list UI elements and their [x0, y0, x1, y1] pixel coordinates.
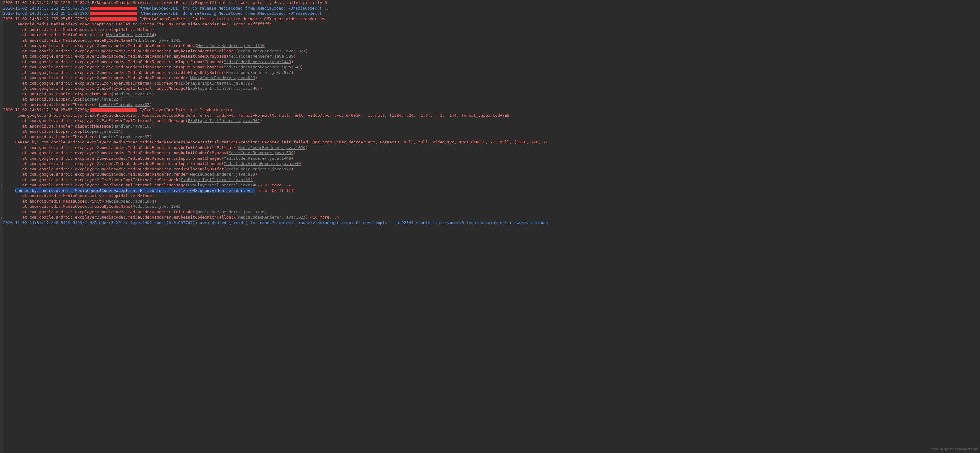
- log-text: ): [121, 97, 123, 102]
- source-link[interactable]: MediaCodecRenderer.java:589: [229, 151, 293, 155]
- log-text: ): [301, 161, 303, 166]
- log-text: Caused by: com.google.android.exoplayer2…: [3, 140, 548, 145]
- log-text: at com.google.android.exoplayer2.mediaco…: [3, 215, 238, 219]
- log-line[interactable]: at com.google.android.exoplayer2.mediaco…: [3, 150, 980, 156]
- redacted-text: [89, 108, 137, 112]
- log-line[interactable]: at com.google.android.exoplayer2.mediaco…: [3, 167, 980, 172]
- log-line[interactable]: at com.google.android.exoplayer2.mediaco…: [3, 43, 980, 48]
- source-link[interactable]: ExoPlayerImplInternal.java:467: [188, 183, 260, 187]
- source-link[interactable]: MediaCodecRenderer.java:977: [226, 167, 291, 171]
- source-link[interactable]: MediaCodec.java:1864: [107, 199, 154, 203]
- source-link[interactable]: MediaCodecRenderer.java:1448: [224, 59, 291, 64]
- log-line[interactable]: at android.media.MediaCodec.native_setup…: [3, 27, 980, 32]
- source-link[interactable]: MediaCodecRenderer.java:977: [226, 70, 291, 75]
- log-line[interactable]: at com.google.android.exoplayer2.mediaco…: [3, 59, 980, 65]
- log-text: at com.google.android.exoplayer2.mediaco…: [3, 43, 197, 48]
- log-text: 2020-11-02 14:31:17.252 25455-27396/: [3, 11, 89, 16]
- source-link[interactable]: MediaCodec.java:1842: [133, 204, 181, 209]
- log-line[interactable]: at com.google.android.exoplayer2.ExoPlay…: [3, 81, 980, 86]
- source-link[interactable]: MediaCodecRenderer.java:1023: [238, 49, 305, 53]
- source-link[interactable]: MediaCodecRenderer.java:1030: [238, 145, 305, 150]
- log-text: ): [154, 199, 157, 203]
- source-link[interactable]: MediaCodecRenderer.java:589: [229, 54, 293, 59]
- log-text: at android.os.HandlerThread.run(: [3, 135, 99, 139]
- log-line[interactable]: android.media.MediaCodec$CodecException:…: [3, 21, 980, 27]
- source-link[interactable]: Looper.java:224: [84, 129, 121, 134]
- log-line[interactable]: at com.google.android.exoplayer2.mediaco…: [3, 48, 980, 54]
- log-text: com.google.android.exoplayer2.ExoPlaybac…: [3, 113, 509, 118]
- log-line[interactable]: at android.os.HandlerThread.run(HandlerT…: [3, 134, 980, 140]
- expand-marker-2[interactable]: ⊞: [1, 215, 2, 221]
- log-line[interactable]: at com.google.android.exoplayer2.mediaco…: [3, 75, 980, 81]
- log-line[interactable]: 2020-11-02 14:31:17.250 1259-17483/? E/R…: [3, 0, 980, 6]
- source-link[interactable]: MediaCodecVideoRenderer.java:640: [224, 161, 301, 166]
- log-line[interactable]: 2020-11-02 14:31:17.252 25455-27396/ W/M…: [3, 11, 980, 16]
- source-link[interactable]: HandlerThread.java:67: [99, 135, 150, 139]
- source-link[interactable]: Handler.java:103: [113, 92, 152, 96]
- source-link[interactable]: MediaCodecRenderer.java:829: [190, 75, 255, 80]
- source-link[interactable]: MediaCodec.java:1842: [133, 38, 181, 43]
- log-text: at com.google.android.exoplayer2.mediaco…: [3, 75, 190, 80]
- log-line[interactable]: at com.google.android.exoplayer2.mediaco…: [3, 54, 980, 59]
- log-line[interactable]: at android.os.Handler.dispatchMessage(Ha…: [3, 124, 980, 129]
- source-link[interactable]: MediaCodecRenderer.java:829: [190, 172, 255, 176]
- source-link[interactable]: MediaCodecRenderer.java:1110: [197, 210, 265, 214]
- source-link[interactable]: Handler.java:103: [113, 124, 152, 129]
- log-text: at com.google.android.exoplayer2.ExoPlay…: [3, 118, 188, 123]
- log-output[interactable]: 2020-11-02 14:31:17.250 1259-17483/? E/R…: [0, 0, 980, 225]
- log-line[interactable]: at com.google.android.exoplayer2.video.M…: [3, 64, 980, 70]
- source-link[interactable]: MediaCodecRenderer.java:1110: [197, 43, 265, 48]
- log-text: ) <10 more...>: [305, 215, 339, 219]
- log-line[interactable]: at android.media.MediaCodec.createByCode…: [3, 204, 980, 209]
- source-link[interactable]: MediaCodec.java:1864: [107, 32, 154, 37]
- log-text: ): [305, 49, 308, 53]
- log-line[interactable]: at com.google.android.exoplayer2.ExoPlay…: [3, 182, 980, 188]
- log-line[interactable]: at com.google.android.exoplayer2.mediaco…: [3, 70, 980, 75]
- source-link[interactable]: ExoPlayerImplInternal.java:542: [188, 118, 260, 123]
- log-line[interactable]: at com.google.android.exoplayer2.ExoPlay…: [3, 177, 980, 183]
- log-line[interactable]: at com.google.android.exoplayer2.mediaco…: [3, 172, 980, 177]
- log-line[interactable]: at com.google.android.exoplayer2.mediaco…: [3, 215, 980, 220]
- log-line[interactable]: at android.os.Looper.loop(Looper.java:22…: [3, 129, 980, 134]
- source-link[interactable]: ExoPlayerImplInternal.java:892: [181, 178, 253, 182]
- expand-marker-1[interactable]: ⊞: [1, 183, 2, 188]
- log-text: ): [181, 204, 183, 209]
- log-line[interactable]: at android.media.MediaCodec.native_setup…: [3, 193, 980, 199]
- log-line[interactable]: at com.google.android.exoplayer2.mediaco…: [3, 156, 980, 161]
- log-line[interactable]: Caused by: android.media.MediaCodec$Code…: [3, 188, 980, 193]
- log-line[interactable]: at android.media.MediaCodec.<init>(Media…: [3, 199, 980, 204]
- source-link[interactable]: MediaCodecRenderer.java:1448: [224, 156, 291, 161]
- log-line[interactable]: at android.media.MediaCodec.<init>(Media…: [3, 32, 980, 38]
- log-line[interactable]: 2020-11-02 14:31:17.252 25455-27396/ W/M…: [3, 6, 980, 11]
- log-line[interactable]: com.google.android.exoplayer2.ExoPlaybac…: [3, 113, 980, 118]
- log-text: ): [150, 135, 152, 139]
- log-line[interactable]: 2020-11-02 14:31:17.248 3429-3429/? W/Bi…: [3, 220, 980, 226]
- log-line[interactable]: at com.google.android.exoplayer2.video.M…: [3, 161, 980, 167]
- source-link[interactable]: Looper.java:224: [84, 97, 121, 102]
- log-line[interactable]: at android.os.Handler.dispatchMessage(Ha…: [3, 91, 980, 97]
- log-line[interactable]: at com.google.android.exoplayer2.ExoPlay…: [3, 118, 980, 124]
- log-line[interactable]: 2020-11-02 14:31:17.253 25455-27396/ E/M…: [3, 16, 980, 22]
- log-line[interactable]: at android.os.HandlerThread.run(HandlerT…: [3, 102, 980, 108]
- log-line[interactable]: at com.google.android.exoplayer2.mediaco…: [3, 209, 980, 215]
- log-line[interactable]: at com.google.android.exoplayer2.ExoPlay…: [3, 86, 980, 91]
- highlighted-text[interactable]: Caused by: android.media.MediaCodec$Code…: [15, 188, 255, 193]
- source-link[interactable]: ExoPlayerImplInternal.java:467: [188, 86, 260, 91]
- log-text: ): [291, 167, 293, 171]
- log-text: 2020-11-02 14:31:17.250 1259-17483/? E/R…: [3, 0, 327, 5]
- log-text: ) <3 more...>: [260, 183, 291, 187]
- log-line[interactable]: Caused by: com.google.android.exoplayer2…: [3, 140, 980, 145]
- log-text: at com.google.android.exoplayer2.mediaco…: [3, 59, 224, 64]
- log-text: ): [152, 124, 154, 129]
- source-link[interactable]: HandlerThread.java:67: [99, 102, 150, 107]
- log-line[interactable]: at android.media.MediaCodec.createByCode…: [3, 38, 980, 43]
- log-line[interactable]: 2020-11-02 14:31:17.254 25455-27396/ E/E…: [3, 107, 980, 113]
- source-link[interactable]: MediaCodecVideoRenderer.java:640: [224, 65, 301, 69]
- log-line[interactable]: at android.os.Looper.loop(Looper.java:22…: [3, 97, 980, 102]
- log-text: 2020-11-02 14:31:17.248 3429-3429/? W/Bi…: [3, 220, 548, 225]
- log-line[interactable]: at com.google.android.exoplayer2.mediaco…: [3, 145, 980, 151]
- source-link[interactable]: ExoPlayerImplInternal.java:892: [181, 81, 253, 86]
- log-text: ): [121, 129, 123, 134]
- source-link[interactable]: MediaCodecRenderer.java:1023: [238, 215, 305, 219]
- log-text: E/MediaCodecRenderer: Failed to initiali…: [137, 17, 326, 21]
